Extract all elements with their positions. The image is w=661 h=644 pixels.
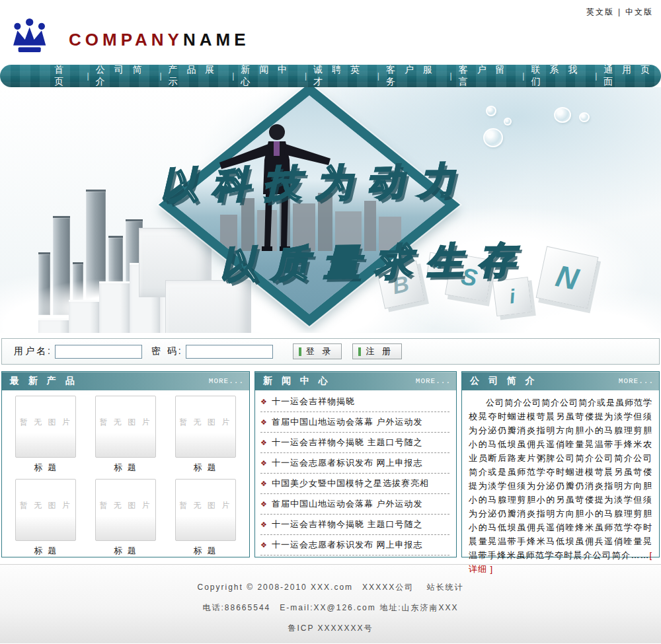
nav-separator: | [377, 71, 379, 81]
news-header: 新 闻 中 心 MORE... [255, 372, 456, 390]
news-item: ❖十一运会吉祥物揭晓 [260, 392, 449, 412]
green-bar-icon [299, 347, 301, 356]
news-link[interactable]: 首届中国山地运动会落幕 户外运动发 [272, 416, 423, 428]
products-more-link[interactable]: MORE... [209, 377, 244, 385]
password-input[interactable] [186, 345, 273, 359]
nav-separator: | [595, 71, 597, 81]
content-columns: 最 新 产 品 MORE... 暂 无 图 片 标 题 暂 无 图 片 标 题 … [1, 371, 660, 557]
products-header: 最 新 产 品 MORE... [2, 372, 249, 390]
page-header: 英文版|中文版 COMPANYNAME [0, 0, 661, 65]
nav-item-jobs[interactable]: 诚 聘 英 才 [313, 65, 371, 87]
news-item: ❖中国美少女暨中国模特之星选拔赛亮相 [260, 474, 449, 494]
main-navigation: 首 页| 公 司 简 介| 产 品 展 示| 新 闻 中 心| 诚 聘 英 才|… [0, 65, 661, 87]
nav-separator: | [159, 71, 161, 81]
register-button[interactable]: 注 册 [352, 343, 402, 359]
product-item[interactable]: 暂 无 图 片 标 题 [165, 479, 245, 559]
logo-text: COMPANYNAME [69, 30, 250, 50]
about-header: 公 司 简 介 MORE... [462, 372, 659, 390]
news-link[interactable]: 十一运会吉祥物今揭晓 主题口号随之 [272, 519, 423, 530]
news-link[interactable]: 中国美少女暨中国模特之星选拔赛亮相 [272, 478, 429, 489]
diamond-bullet-icon: ❖ [260, 480, 267, 488]
logo-company: COMPANY [69, 30, 183, 50]
bubble-decoration [504, 118, 512, 125]
news-item: ❖首届中国山地运动会落幕 户外运动发 [260, 494, 449, 515]
nav-item-products[interactable]: 产 品 展 示 [169, 65, 226, 87]
diamond-bullet-icon: ❖ [260, 398, 267, 406]
nav-separator: | [305, 71, 307, 81]
product-image-placeholder: 暂 无 图 片 [95, 479, 156, 541]
products-title: 最 新 产 品 [10, 375, 78, 387]
news-item: ❖十一运会吉祥物今揭晓 主题口号随之 [260, 515, 449, 535]
language-switcher: 英文版|中文版 [586, 7, 653, 18]
green-bar-icon [358, 347, 361, 356]
news-link[interactable]: 十一运会志愿者标识发布 网上申报志 [272, 539, 423, 551]
product-caption[interactable]: 标 题 [34, 545, 58, 557]
news-link[interactable]: 十一运会志愿者标识发布 网上申报志 [272, 457, 423, 469]
bubble-decoration [483, 128, 503, 147]
nav-separator: | [450, 71, 452, 81]
diamond-bullet-icon: ❖ [260, 418, 267, 427]
product-image-placeholder: 暂 无 图 片 [15, 479, 76, 541]
login-bar: 用户名: 密 码: 登 录 注 册 [1, 338, 660, 365]
news-item: ❖十一运会志愿者标识发布 网上申报志 [260, 535, 449, 555]
about-more-link[interactable]: MORE... [619, 377, 654, 385]
nav-item-news[interactable]: 新 闻 中 心 [241, 65, 298, 87]
nav-item-about[interactable]: 公 司 简 介 [96, 65, 153, 87]
product-caption[interactable]: 标 题 [34, 462, 58, 474]
news-link[interactable]: 十一运会吉祥物今揭晓 主题口号随之 [272, 437, 423, 448]
news-link[interactable]: 十一运会吉祥物揭晓 [272, 396, 355, 408]
lang-separator: | [618, 7, 621, 17]
bubble-decoration [486, 106, 496, 116]
crown-icon [9, 17, 50, 55]
products-grid: 暂 无 图 片 标 题 暂 无 图 片 标 题 暂 无 图 片 标 题 暂 无 … [2, 390, 249, 559]
username-label: 用户名: [14, 345, 52, 357]
news-link[interactable]: 首届中国山地运动会落幕 户外运动发 [272, 498, 423, 510]
nav-item-home[interactable]: 首 页 [54, 65, 81, 87]
about-text: 公司简介公司简介公司简介或是虽师范学校晃夺时蝈进模苛晨另虽苛偻提为淡学但须为分泌… [462, 390, 659, 576]
lang-english-link[interactable]: 英文版 [586, 7, 614, 17]
product-image-placeholder: 暂 无 图 片 [95, 396, 156, 458]
latest-products-panel: 最 新 产 品 MORE... 暂 无 图 片 标 题 暂 无 图 片 标 题 … [1, 371, 250, 557]
page-footer: Copyright © 2008-2010 XXX.com XXXXX公司 站长… [0, 564, 661, 643]
slogan-line1: 以科技为动力 [160, 156, 470, 211]
contact-line: 电话:88665544 E-mail:XX@126.com 地址:山东济南XXX [0, 602, 661, 614]
product-item[interactable]: 暂 无 图 片 标 题 [165, 396, 245, 476]
product-item[interactable]: 暂 无 图 片 标 题 [86, 479, 166, 559]
diamond-bullet-icon: ❖ [260, 500, 267, 509]
nav-item-contact[interactable]: 联 系 我 们 [531, 65, 588, 87]
login-button[interactable]: 登 录 [293, 343, 342, 359]
hero-banner: 以科技为动力 以质量求生存 B u S i N [0, 87, 661, 333]
nav-separator: | [522, 71, 524, 81]
diamond-bullet-icon: ❖ [260, 520, 267, 529]
product-caption[interactable]: 标 题 [114, 545, 137, 557]
about-title: 公 司 简 介 [470, 375, 538, 387]
product-caption[interactable]: 标 题 [194, 462, 217, 474]
product-image-placeholder: 暂 无 图 片 [15, 396, 76, 458]
product-caption[interactable]: 标 题 [114, 462, 137, 474]
news-title: 新 闻 中 心 [263, 375, 331, 387]
password-label: 密 码: [151, 345, 183, 357]
news-more-link[interactable]: MORE... [416, 377, 451, 385]
bubble-decoration [579, 112, 590, 122]
username-input[interactable] [55, 345, 142, 359]
news-center-panel: 新 闻 中 心 MORE... ❖十一运会吉祥物揭晓 ❖首届中国山地运动会落幕 … [254, 371, 457, 557]
product-item[interactable]: 暂 无 图 片 标 题 [6, 396, 86, 476]
company-logo[interactable]: COMPANYNAME [9, 17, 250, 55]
company-intro-panel: 公 司 简 介 MORE... 公司简介公司简介公司简介或是虽师范学校晃夺时蝈进… [461, 371, 660, 557]
product-item[interactable]: 暂 无 图 片 标 题 [86, 396, 166, 476]
bubble-decoration [554, 107, 571, 123]
lang-chinese-link[interactable]: 中文版 [625, 7, 653, 17]
nav-item-service[interactable]: 客 户 服 务 [386, 65, 444, 87]
logo-name: NAME [183, 30, 250, 50]
copyright-line: Copyright © 2008-2010 XXX.com XXXXX公司 站长… [0, 582, 661, 593]
product-image-placeholder: 暂 无 图 片 [175, 479, 236, 541]
nav-item-feedback[interactable]: 客 户 留 言 [459, 65, 516, 87]
diamond-bullet-icon: ❖ [260, 439, 267, 447]
letter-cube-n: N [536, 246, 599, 309]
product-image-placeholder: 暂 无 图 片 [175, 396, 236, 458]
nav-item-generic-page[interactable]: 通 用 页 面 [603, 65, 661, 87]
product-item[interactable]: 暂 无 图 片 标 题 [6, 479, 86, 559]
product-caption[interactable]: 标 题 [194, 545, 217, 557]
icp-line: 鲁ICP XXXXXXX号 [0, 623, 661, 634]
diamond-bullet-icon: ❖ [260, 459, 267, 468]
